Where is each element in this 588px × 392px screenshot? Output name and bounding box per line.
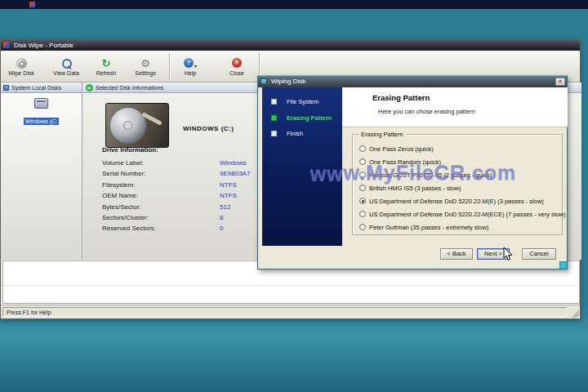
field-value: 512 xyxy=(220,203,230,211)
drive-info-title: Drive Information: xyxy=(102,146,158,154)
disks-panel-icon xyxy=(3,85,9,91)
field-value: 8 xyxy=(220,214,223,221)
local-disks-header-label: System Local Disks xyxy=(11,85,61,91)
dialog-resize-grip[interactable] xyxy=(559,261,567,269)
app-icon xyxy=(3,42,10,48)
disk-icon xyxy=(16,58,27,69)
step-marker-icon xyxy=(271,99,277,105)
hdd-spindle xyxy=(123,121,132,130)
group-title: Erasing Pattern xyxy=(359,131,406,138)
erase-option-label: Peter Guttman (35 passes - extremely slo… xyxy=(369,224,488,231)
field-value: 9E9803A7 xyxy=(220,170,250,177)
toolbar-separator xyxy=(169,53,170,79)
wizard-step-finish: Finish xyxy=(262,130,342,138)
field-label: Volume Label: xyxy=(102,159,144,167)
toolbar-label: Wipe Disk xyxy=(8,70,34,76)
erase-option[interactable]: Peter Guttman (35 passes - extremely slo… xyxy=(359,220,560,234)
drive-icon xyxy=(34,98,48,109)
radio-icon[interactable] xyxy=(359,211,366,217)
selected-disk-title: WINDOWS (C:) xyxy=(183,125,234,132)
field-label: Filesystem: xyxy=(102,181,135,189)
view-data-button[interactable]: View Data xyxy=(47,51,86,81)
page-title: Erasing Pattern xyxy=(372,93,430,102)
refresh-button[interactable]: Refresh xyxy=(87,51,126,81)
close-app-button[interactable]: Close xyxy=(218,51,256,81)
dialog-close-icon[interactable] xyxy=(555,78,565,86)
gear-icon xyxy=(140,57,150,69)
field-value: NTFS xyxy=(220,192,237,199)
field-label: OEM Name: xyxy=(102,192,138,199)
toolbar-label: Help xyxy=(185,70,196,76)
page-subtitle: Here you can chose erasing pattern xyxy=(378,108,475,115)
field-label: Sectors/Cluster: xyxy=(102,214,149,221)
field-value: Windows xyxy=(220,159,246,167)
help-button[interactable]: Help xyxy=(172,51,209,81)
dialog-icon xyxy=(261,78,267,85)
step-label: File System xyxy=(287,98,318,105)
field-value: 0 xyxy=(220,225,223,232)
erase-option[interactable]: US Department of Defense DoD 5220.22-M(E… xyxy=(359,207,560,220)
erase-option-label: Russian GOST P50739-95 (2 passes - quick… xyxy=(369,172,492,179)
radio-icon[interactable] xyxy=(359,224,366,230)
toolbar-label: Settings xyxy=(135,70,155,76)
dialog-titlebar[interactable]: Wiping Disk xyxy=(258,76,567,87)
erase-option[interactable]: One Pass Zeros (quick) xyxy=(359,142,560,155)
radio-icon[interactable] xyxy=(359,158,366,165)
step-marker-icon xyxy=(271,115,277,121)
disk-item-label[interactable]: Windows (C: xyxy=(24,118,60,125)
wipe-disk-button[interactable]: Wipe Disk xyxy=(2,51,41,81)
app-title: Disk Wipe - Portable xyxy=(14,42,74,49)
cancel-button[interactable]: Cancel xyxy=(522,248,556,260)
disk-item-windows-c[interactable]: Windows (C: xyxy=(1,97,82,127)
green-arrow-icon xyxy=(86,84,93,91)
close-icon xyxy=(232,58,242,68)
erase-option-label: British HMG IS5 (3 passes - slow) xyxy=(369,185,461,192)
local-disks-header: System Local Disks xyxy=(1,82,82,93)
radio-icon[interactable] xyxy=(359,172,366,178)
hard-drive-image xyxy=(105,103,169,148)
erase-option[interactable]: One Pass Random (quick) xyxy=(359,155,560,168)
toolbar-label: Close xyxy=(229,70,244,76)
status-bar: Press F1 for Help xyxy=(1,305,580,318)
disk-info-header-label: Selected Disk Informations xyxy=(96,85,163,91)
erase-option-label: US Department of Defense DoD 5220.22-M(E… xyxy=(369,198,544,205)
wizard-steps-sidebar: File System Erasing Pattern Finish xyxy=(262,87,342,246)
erase-option[interactable]: US Department of Defense DoD 5220.22-M(E… xyxy=(359,194,560,207)
background-window-titlebar xyxy=(0,0,588,9)
wiping-disk-dialog: Wiping Disk File System Erasing Pattern … xyxy=(257,75,568,270)
toolbar-label: View Data xyxy=(53,70,79,76)
chevron-down-icon[interactable] xyxy=(194,56,197,71)
mouse-cursor xyxy=(503,247,513,261)
step-label: Finish xyxy=(287,130,303,137)
field-label: Bytes/Sector: xyxy=(102,203,141,211)
erase-option-label: US Department of Defense DoD 5220.22-M(E… xyxy=(369,211,566,218)
field-label: Serial Number: xyxy=(102,170,145,177)
erase-option[interactable]: Russian GOST P50739-95 (2 passes - quick… xyxy=(359,168,560,181)
refresh-icon xyxy=(102,57,111,69)
app-titlebar[interactable]: Disk Wipe - Portable xyxy=(1,40,580,51)
radio-icon[interactable] xyxy=(359,198,366,204)
field-label: Reserved Sectors: xyxy=(102,225,156,232)
search-icon xyxy=(61,58,72,69)
radio-icon[interactable] xyxy=(359,185,366,191)
erase-options-list: One Pass Zeros (quick) One Pass Random (… xyxy=(359,142,560,234)
toolbar-label: Refresh xyxy=(96,70,117,76)
settings-button[interactable]: Settings xyxy=(126,51,165,81)
field-value: NTFS xyxy=(220,181,237,189)
background-window-icon xyxy=(29,2,35,7)
step-label: Erasing Pattern xyxy=(287,114,332,122)
erase-option-label: One Pass Zeros (quick) xyxy=(369,145,434,153)
status-text: Press F1 for Help xyxy=(2,307,567,317)
erasing-pattern-group: Erasing Pattern One Pass Zeros (quick) O… xyxy=(352,134,563,235)
wizard-header: Erasing Pattern Here you can chose erasi… xyxy=(342,87,568,127)
help-icon xyxy=(184,58,194,68)
step-marker-icon xyxy=(271,131,277,136)
dialog-title: Wiping Disk xyxy=(271,78,305,85)
local-disks-panel: System Local Disks Windows (C: xyxy=(1,82,82,260)
erase-option-label: One Pass Random (quick) xyxy=(369,158,441,166)
back-button[interactable]: < Back xyxy=(440,248,473,260)
wizard-step-file-system: File System xyxy=(262,98,342,106)
erase-option[interactable]: British HMG IS5 (3 passes - slow) xyxy=(359,181,560,194)
resize-grip[interactable] xyxy=(570,309,579,318)
radio-icon[interactable] xyxy=(359,145,366,152)
